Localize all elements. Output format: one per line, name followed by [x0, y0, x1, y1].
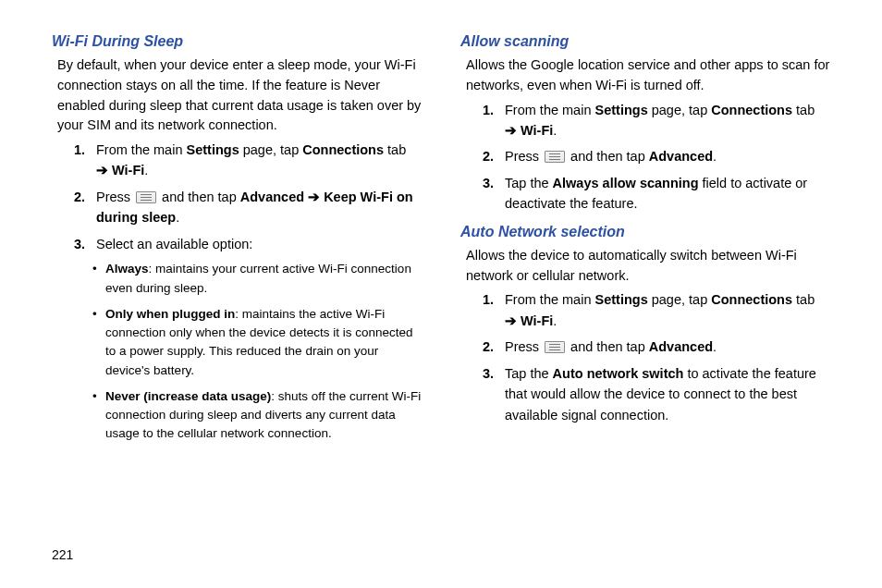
step-1: 1. From the main Settings page, tap Conn…	[74, 140, 422, 181]
step-body: Tap the Auto network switch to activate …	[505, 363, 830, 425]
text: .	[713, 339, 717, 354]
right-column: Allow scanning Allows the Google locatio…	[460, 33, 830, 453]
step-body: From the main Settings page, tap Connect…	[505, 100, 830, 141]
wifi-sleep-section: Wi-Fi During Sleep By default, when your…	[52, 33, 422, 444]
text-bold: Auto network switch	[553, 366, 684, 381]
step-2: 2. Press and then tap Advanced.	[483, 337, 830, 357]
text: From the main	[505, 292, 595, 307]
bullet-always: • Always: maintains your current active …	[92, 260, 422, 298]
text: tab	[384, 142, 406, 157]
text: : maintains your current active Wi-Fi co…	[105, 262, 411, 294]
left-column: Wi-Fi During Sleep By default, when your…	[52, 33, 422, 453]
bullet-plugged-in: • Only when plugged in: maintains the ac…	[92, 305, 422, 380]
menu-icon	[545, 151, 565, 163]
text: Press	[505, 339, 543, 354]
step-2: 2. Press and then tap Advanced.	[483, 146, 830, 166]
step-number: 3.	[483, 363, 505, 425]
bullet-body: Always: maintains your current active Wi…	[105, 260, 422, 298]
text-bold: Always	[105, 262, 149, 276]
text: tab	[792, 292, 815, 307]
auto-network-heading: Auto Network selection	[460, 224, 830, 240]
menu-icon	[545, 341, 565, 353]
step-number: 2.	[483, 146, 505, 166]
bullet-body: Never (increase data usage): shuts off t…	[105, 387, 422, 444]
text: and then tap	[567, 339, 649, 354]
step-number: 1.	[483, 289, 505, 331]
step-number: 2.	[483, 337, 505, 357]
text: Tap the	[505, 176, 553, 190]
allow-scanning-section: Allow scanning Allows the Google locatio…	[460, 33, 830, 214]
bullet-body: Only when plugged in: maintains the acti…	[105, 305, 422, 380]
allow-scanning-heading: Allow scanning	[460, 33, 830, 50]
text-bold: Connections	[711, 292, 792, 307]
text-bold: Settings	[595, 292, 648, 307]
text-bold: Only when plugged in	[105, 307, 235, 321]
step-body: From the main Settings page, tap Connect…	[96, 140, 422, 181]
text: and then tap	[567, 149, 649, 164]
step-body: Select an available option:	[96, 234, 422, 254]
text-bold: Settings	[595, 103, 648, 117]
step-number: 2.	[74, 187, 96, 228]
text: Press	[505, 149, 543, 164]
text-bold: Advanced	[649, 149, 713, 164]
step-body: Press and then tap Advanced ➔ Keep Wi-Fi…	[96, 187, 422, 228]
allow-scanning-steps: 1. From the main Settings page, tap Conn…	[483, 100, 830, 214]
text: page, tap	[648, 292, 712, 307]
step-3: 3. Tap the Auto network switch to activa…	[483, 363, 830, 425]
step-3: 3. Select an available option:	[74, 234, 422, 254]
arrow-icon: ➔	[505, 123, 517, 138]
wifi-sleep-heading: Wi-Fi During Sleep	[52, 33, 422, 50]
arrow-icon: ➔	[96, 163, 108, 178]
text: From the main	[96, 142, 187, 157]
text-bold: Wi-Fi	[521, 313, 553, 328]
arrow-icon: ➔	[505, 313, 517, 328]
text: .	[553, 123, 557, 138]
page-number: 221	[52, 547, 73, 562]
auto-network-intro: Allows the device to automatically switc…	[466, 246, 830, 287]
text: .	[144, 163, 148, 178]
text: Tap the	[505, 366, 553, 381]
bullet-marker: •	[92, 260, 105, 298]
step-body: Press and then tap Advanced.	[505, 146, 830, 166]
text: tab	[792, 103, 815, 117]
text-bold: Wi-Fi	[521, 123, 553, 138]
bullet-marker: •	[92, 305, 105, 380]
text-bold: Wi-Fi	[112, 163, 144, 178]
step-number: 3.	[74, 234, 96, 254]
step-number: 1.	[483, 100, 505, 141]
step-3: 3. Tap the Always allow scanning field t…	[483, 173, 830, 214]
text: From the main	[505, 103, 595, 117]
bullet-marker: •	[92, 387, 105, 444]
text-bold: Connections	[302, 142, 384, 157]
step-2: 2. Press and then tap Advanced ➔ Keep Wi…	[74, 187, 422, 228]
text-bold: Settings	[187, 142, 239, 157]
step-number: 1.	[74, 140, 96, 181]
text: Press	[96, 190, 134, 204]
bullet-never: • Never (increase data usage): shuts off…	[92, 387, 422, 444]
text: and then tap	[158, 190, 240, 204]
text: .	[553, 313, 557, 328]
text-bold: Never (increase data usage)	[105, 389, 271, 403]
text-bold: Advanced	[649, 339, 713, 354]
page-columns: Wi-Fi During Sleep By default, when your…	[52, 33, 830, 453]
text-bold: Connections	[711, 103, 792, 117]
step-1: 1. From the main Settings page, tap Conn…	[483, 289, 830, 331]
wifi-sleep-steps: 1. From the main Settings page, tap Conn…	[74, 140, 422, 254]
wifi-sleep-bullets: • Always: maintains your current active …	[92, 260, 422, 443]
step-body: Tap the Always allow scanning field to a…	[505, 173, 830, 214]
text-bold: Always allow scanning	[553, 176, 699, 190]
text: page, tap	[648, 103, 712, 117]
text: .	[713, 149, 717, 164]
text: page, tap	[239, 142, 303, 157]
text: .	[176, 210, 179, 225]
step-body: Press and then tap Advanced.	[505, 337, 830, 357]
wifi-sleep-intro: By default, when your device enter a sle…	[57, 55, 422, 136]
menu-icon	[136, 191, 156, 203]
auto-network-section: Auto Network selection Allows the device…	[460, 224, 830, 425]
allow-scanning-intro: Allows the Google location service and o…	[466, 55, 830, 96]
step-body: From the main Settings page, tap Connect…	[505, 289, 830, 331]
auto-network-steps: 1. From the main Settings page, tap Conn…	[483, 289, 830, 425]
step-1: 1. From the main Settings page, tap Conn…	[483, 100, 830, 141]
step-number: 3.	[483, 173, 505, 214]
